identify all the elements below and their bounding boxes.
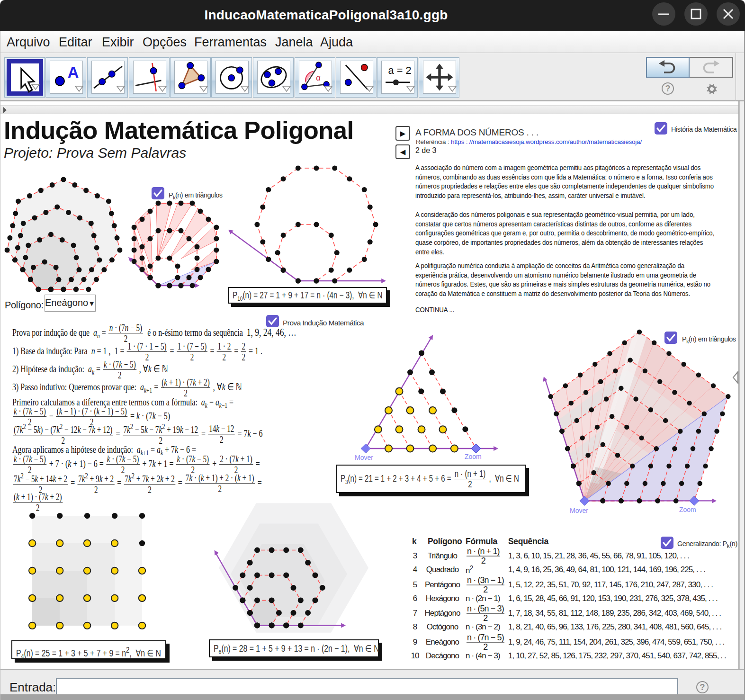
svg-text:a = 2: a = 2 xyxy=(388,64,412,76)
svg-text:A: A xyxy=(68,63,79,81)
svg-text:α: α xyxy=(316,73,320,82)
